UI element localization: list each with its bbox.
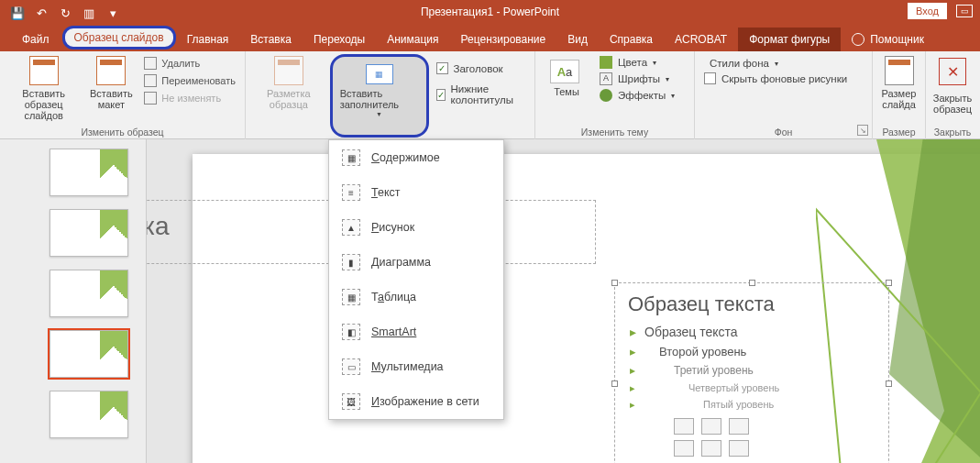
insert-table-icon[interactable] <box>674 418 694 435</box>
insert-media-icon[interactable] <box>729 440 749 457</box>
layout-thumbnail[interactable] <box>50 391 128 438</box>
text-icon: ≡ <box>342 184 360 201</box>
slide-size-button[interactable]: Размер слайда <box>874 54 925 127</box>
group-edit-theme: Aa Темы Цвета▾ AШрифты▾ Эффекты▾ Изменит… <box>535 51 695 139</box>
layout-thumbnail[interactable] <box>50 270 128 317</box>
effects-icon <box>600 89 612 102</box>
tab-home[interactable]: Главная <box>176 28 240 51</box>
tab-review[interactable]: Рецензирование <box>450 28 557 51</box>
preserve-button: Не изменять <box>140 91 239 105</box>
content-icon: ▦ <box>342 149 360 166</box>
insert-layout-label: Вставить макет <box>90 88 133 110</box>
slide-master-icon <box>29 56 59 85</box>
tab-help[interactable]: Справка <box>599 28 664 51</box>
footers-checkbox[interactable]: ✓Нижние колонтитулы <box>433 81 530 108</box>
lightbulb-icon <box>852 33 864 46</box>
group-close-label: Закрыть <box>931 127 974 139</box>
fonts-button[interactable]: AШрифты▾ <box>600 72 675 85</box>
menu-media[interactable]: ▭Мультимедиа <box>329 349 503 384</box>
menu-table[interactable]: ▦Таблица <box>329 280 503 314</box>
themes-button[interactable]: Aa Темы <box>541 54 592 127</box>
ribbon-display-options-icon[interactable]: ▭ <box>956 5 973 17</box>
slide: ловка Образец текста Образец текста Втор… <box>193 154 980 463</box>
effects-button[interactable]: Эффекты▾ <box>600 89 675 102</box>
colors-icon <box>600 56 612 69</box>
tell-me-label: Помощник <box>870 33 924 46</box>
content-placeholder[interactable]: Образец текста Образец текста Второй уро… <box>614 282 889 463</box>
outline-level-4: Четвертый уровень <box>628 380 875 396</box>
group-size: Размер слайда Размер <box>873 51 926 139</box>
quick-access-toolbar: 💾 ↶ ↻ ▥ ▾ <box>0 3 123 23</box>
group-edit-master: Вставить образец слайдов Вставить макет … <box>0 51 246 139</box>
table-icon: ▦ <box>342 289 360 305</box>
insert-placeholder-button[interactable]: ▦ Вставить заполнитель ▼ <box>330 54 429 138</box>
tab-animations[interactable]: Анимация <box>376 28 449 51</box>
menu-online-image[interactable]: 🖼Изображение в сети <box>329 384 503 419</box>
bg-styles-button[interactable]: Стили фона▾ <box>704 58 847 69</box>
insert-smartart-icon[interactable] <box>729 418 749 435</box>
tab-slide-master[interactable]: Образец слайдов <box>62 26 176 50</box>
insert-slide-master-button[interactable]: Вставить образец слайдов <box>6 54 82 127</box>
colors-button[interactable]: Цвета▾ <box>600 56 675 69</box>
group-close: ✕ Закрыть образец Закрыть <box>926 51 979 139</box>
slide-canvas[interactable]: ловка Образец текста Образец текста Втор… <box>147 139 980 463</box>
menu-text[interactable]: ≡Текст <box>329 175 503 210</box>
close-master-button[interactable]: ✕ <box>939 58 966 85</box>
placeholder-content-icons <box>628 440 875 457</box>
redo-icon[interactable]: ↻ <box>55 3 75 23</box>
window-title: Презентация1 - PowerPoint <box>421 6 559 18</box>
rename-icon <box>144 74 157 87</box>
media-icon: ▭ <box>342 358 360 375</box>
group-background-label: Фон <box>700 127 866 139</box>
menu-content[interactable]: ▦Содержимое <box>329 140 503 175</box>
tab-transitions[interactable]: Переходы <box>303 28 376 51</box>
group-edit-master-label: Изменить образец <box>6 127 239 139</box>
insert-online-picture-icon[interactable] <box>701 440 721 457</box>
insert-layout-button[interactable]: Вставить макет <box>85 54 137 127</box>
chevron-down-icon: ▼ <box>376 111 382 117</box>
insert-chart-icon[interactable] <box>701 418 721 435</box>
undo-icon[interactable]: ↶ <box>31 3 51 23</box>
rename-button[interactable]: Переименовать <box>140 73 239 88</box>
layout-thumbnail[interactable] <box>50 330 128 378</box>
dialog-launcher-icon[interactable]: ↘ <box>857 125 868 136</box>
tell-me[interactable]: Помощник <box>841 28 935 51</box>
thumbnail-panel[interactable] <box>0 139 147 463</box>
master-layout-button: Разметка образца <box>251 54 326 138</box>
outline-level-3: Третий уровень <box>628 361 875 380</box>
tab-insert[interactable]: Вставка <box>239 28 303 51</box>
picture-icon: ▲ <box>342 219 360 236</box>
insert-placeholder-menu: ▦Содержимое ≡Текст ▲Рисунок ▮Диаграмма ▦… <box>328 139 504 420</box>
group-size-label: Размер <box>878 127 919 139</box>
layout-thumbnail[interactable] <box>50 149 128 196</box>
outline-level-5: Пятый уровень <box>628 396 875 413</box>
title-checkbox[interactable]: ✓Заголовок <box>433 60 530 77</box>
preserve-icon <box>144 92 157 105</box>
slide-size-icon <box>885 56 914 85</box>
signin-button[interactable]: Вход <box>908 3 947 19</box>
master-layout-icon <box>274 56 303 85</box>
insert-picture-icon[interactable] <box>674 440 694 457</box>
group-edit-theme-label: Изменить тему <box>541 127 688 139</box>
tab-file[interactable]: Файл <box>9 28 62 51</box>
start-from-beginning-icon[interactable]: ▥ <box>79 3 99 23</box>
ribbon-tabs: Файл Образец слайдов Главная Вставка Пер… <box>0 26 980 51</box>
menu-picture[interactable]: ▲Рисунок <box>329 210 503 245</box>
group-master-layout: Разметка образца ▦ Вставить заполнитель … <box>246 51 535 139</box>
delete-button[interactable]: Удалить <box>140 56 239 71</box>
fonts-icon: A <box>600 72 612 85</box>
tab-view[interactable]: Вид <box>556 28 599 51</box>
menu-smartart[interactable]: ◧SmartArt <box>329 314 503 349</box>
themes-icon: Aa <box>550 60 579 83</box>
tab-format-shape[interactable]: Формат фигуры <box>738 28 841 51</box>
save-icon[interactable]: 💾 <box>7 3 28 23</box>
layout-icon <box>96 56 126 85</box>
layout-thumbnail[interactable] <box>50 209 128 257</box>
menu-chart[interactable]: ▮Диаграмма <box>329 245 503 280</box>
qat-customize-icon[interactable]: ▾ <box>103 3 123 23</box>
tab-acrobat[interactable]: ACROBAT <box>664 28 738 51</box>
delete-icon <box>144 57 157 70</box>
insert-slide-master-label: Вставить образец слайдов <box>11 88 76 121</box>
hide-bg-checkbox[interactable]: Скрыть фоновые рисунки <box>704 72 847 84</box>
ribbon: Вставить образец слайдов Вставить макет … <box>0 51 980 139</box>
